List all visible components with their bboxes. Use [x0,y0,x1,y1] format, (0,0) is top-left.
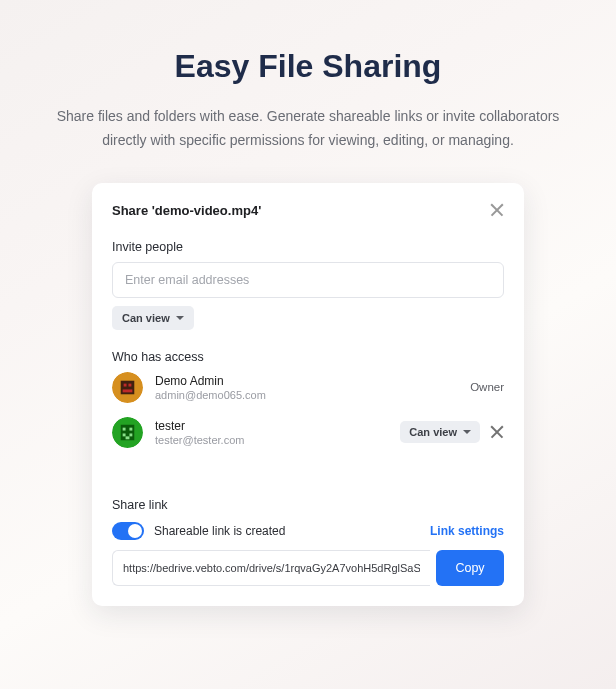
svg-rect-8 [129,427,132,430]
share-url-input[interactable] [112,550,430,586]
user-email: tester@tester.com [155,434,244,446]
svg-rect-3 [128,383,131,386]
svg-rect-10 [129,433,132,436]
page-subtext: Share files and folders with ease. Gener… [48,105,568,153]
access-label: Who has access [112,350,504,364]
avatar [112,417,143,448]
invite-label: Invite people [112,240,504,254]
user-permission-dropdown[interactable]: Can view [400,421,480,443]
role-label: Owner [470,381,504,393]
access-row: tester tester@tester.com Can view [112,417,504,448]
access-row: Demo Admin admin@demo065.com Owner [112,372,504,403]
user-name: tester [155,419,244,433]
chevron-down-icon [463,430,471,434]
user-permission-label: Can view [409,426,457,438]
user-info: Demo Admin admin@demo065.com [155,374,266,401]
close-icon[interactable] [490,203,504,217]
email-input[interactable] [112,262,504,298]
svg-rect-9 [123,433,126,436]
link-row: Copy [112,550,504,586]
invite-permission-label: Can view [122,312,170,324]
svg-rect-7 [123,427,126,430]
share-link-label: Share link [112,498,504,512]
avatar [112,372,143,403]
link-settings-button[interactable]: Link settings [430,524,504,538]
spacer [112,462,504,498]
chevron-down-icon [176,316,184,320]
user-info: tester tester@tester.com [155,419,244,446]
svg-rect-11 [126,436,130,439]
invite-permission-dropdown[interactable]: Can view [112,306,194,330]
svg-rect-2 [124,383,127,386]
share-dialog: Share 'demo-video.mp4' Invite people Can… [92,183,524,606]
share-status: Shareable link is created [154,524,285,538]
user-email: admin@demo065.com [155,389,266,401]
share-link-row: Shareable link is created Link settings [112,522,504,540]
dialog-title: Share 'demo-video.mp4' [112,203,261,218]
dialog-header: Share 'demo-video.mp4' [112,203,504,218]
user-name: Demo Admin [155,374,266,388]
copy-button[interactable]: Copy [436,550,504,586]
svg-rect-4 [123,389,133,392]
share-toggle[interactable] [112,522,144,540]
page-headline: Easy File Sharing [175,48,442,85]
remove-user-icon[interactable] [490,425,504,439]
